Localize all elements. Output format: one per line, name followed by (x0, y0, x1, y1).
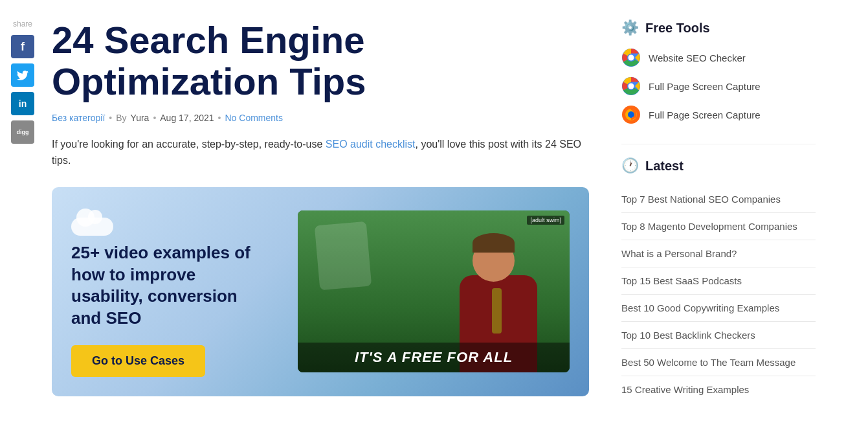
clock-icon: 🕐 (621, 157, 639, 174)
main-content: 24 Search Engine Optimization Tips Без к… (45, 13, 608, 429)
linkedin-share-button[interactable]: in (11, 92, 34, 115)
latest-section: 🕐 Latest Top 7 Best National SEO Compani… (621, 157, 816, 403)
free-tools-heading: ⚙️ Free Tools (621, 19, 816, 36)
chrome-icon-2 (621, 76, 641, 96)
section-divider (621, 144, 816, 144)
twitter-share-button[interactable] (11, 63, 34, 87)
svg-point-2 (629, 55, 634, 61)
article-author: Yura (131, 113, 150, 123)
article-category[interactable]: Без категорії (52, 113, 105, 123)
article-date: Aug 17, 2021 (160, 113, 214, 123)
gear-icon: ⚙️ (621, 19, 639, 36)
article-meta: Без категорії • By Yura • Aug 17, 2021 •… (52, 113, 589, 123)
adult-label: [adult swim] (527, 216, 564, 225)
firefox-icon (621, 105, 641, 124)
chrome-icon-1 (621, 48, 641, 67)
article-comments[interactable]: No Comments (225, 113, 282, 123)
free-tools-section: ⚙️ Free Tools Website SEO (621, 19, 816, 124)
banner-cta-button[interactable]: Go to Use Cases (71, 345, 205, 377)
banner-left: 25+ video examples of how to improve usa… (71, 207, 265, 377)
latest-item-6[interactable]: Best 50 Welcome to The Team Message (621, 349, 816, 376)
latest-heading: 🕐 Latest (621, 157, 816, 174)
intro-link[interactable]: SEO audit checklist (326, 139, 416, 150)
article-banner: 25+ video examples of how to improve usa… (52, 187, 589, 396)
tool-label-2[interactable]: Full Page Screen Capture (649, 81, 761, 92)
share-label: share (13, 19, 32, 28)
tool-label-1[interactable]: Website SEO Checker (649, 52, 746, 63)
latest-item-5[interactable]: Top 10 Best Backlink Checkers (621, 322, 816, 349)
banner-image: IT'S A FREE FOR ALL [adult swim] (298, 210, 570, 372)
article-title: 24 Search Engine Optimization Tips (52, 19, 589, 102)
latest-item-4[interactable]: Best 10 Good Copywriting Examples (621, 295, 816, 322)
facebook-share-button[interactable]: f (11, 35, 34, 58)
svg-point-8 (628, 111, 634, 118)
article-author-label: By (116, 113, 126, 123)
tool-item-2[interactable]: Full Page Screen Capture (621, 76, 816, 96)
latest-item-1[interactable]: Top 8 Magento Development Companies (621, 213, 816, 240)
digg-share-button[interactable]: digg (11, 120, 34, 144)
sidebar: ⚙️ Free Tools Website SEO (608, 13, 829, 429)
intro-text-before: If you're looking for an accurate, step-… (52, 139, 326, 150)
svg-point-5 (629, 84, 634, 89)
share-sidebar: share f in digg (0, 13, 45, 429)
article-intro: If you're looking for an accurate, step-… (52, 136, 589, 169)
banner-title: 25+ video examples of how to improve usa… (71, 242, 265, 330)
tool-item-3[interactable]: Full Page Screen Capture (621, 105, 816, 124)
latest-item-0[interactable]: Top 7 Best National SEO Companies (621, 186, 816, 213)
latest-item-3[interactable]: Top 15 Best SaaS Podcasts (621, 267, 816, 295)
banner-image-caption: IT'S A FREE FOR ALL (298, 343, 570, 372)
tool-item-1[interactable]: Website SEO Checker (621, 48, 816, 67)
latest-item-7[interactable]: 15 Creative Writing Examples (621, 376, 816, 403)
latest-item-2[interactable]: What is a Personal Brand? (621, 240, 816, 267)
tool-label-3[interactable]: Full Page Screen Capture (649, 109, 761, 120)
